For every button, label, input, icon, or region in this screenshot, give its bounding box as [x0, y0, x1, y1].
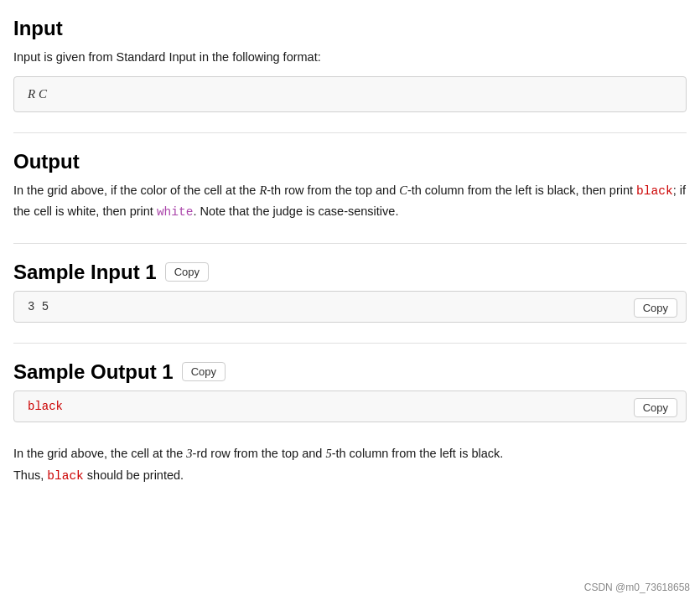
sample-output-value: black — [28, 400, 63, 413]
sample-output-copy-corner-button[interactable]: Copy — [634, 398, 677, 417]
explanation-black-word: black — [47, 469, 84, 483]
sample-output-title: Sample Output 1 — [13, 360, 174, 384]
input-description: Input is given from Standard Input in th… — [13, 47, 687, 68]
input-title: Input — [13, 17, 687, 40]
explanation-num3: 3 — [186, 447, 192, 460]
black-keyword: black — [636, 184, 673, 198]
sample-input-copy-button[interactable]: Copy — [165, 262, 209, 282]
sample-input-copy-corner-button[interactable]: Copy — [634, 298, 677, 318]
divider-3 — [13, 343, 687, 344]
sample-input-box: 3 5 Copy — [13, 291, 687, 323]
sample-output-box: black Copy — [13, 391, 687, 422]
sample-input-section: Sample Input 1 Copy 3 5 Copy — [13, 261, 687, 323]
sample-output-copy-button[interactable]: Copy — [182, 362, 226, 381]
r-var: R — [259, 184, 267, 197]
input-format: R C — [28, 87, 47, 101]
output-title: Output — [13, 150, 687, 173]
explanation-text: In the grid above, the cell at the 3-rd … — [13, 442, 687, 487]
sample-input-title: Sample Input 1 — [13, 261, 157, 284]
divider-1 — [13, 132, 687, 133]
white-keyword: white — [157, 205, 194, 219]
explanation-num5: 5 — [325, 447, 331, 460]
explanation-section: In the grid above, the cell at the 3-rd … — [13, 442, 687, 487]
sample-output-section: Sample Output 1 Copy black Copy — [13, 360, 687, 422]
input-section: Input Input is given from Standard Input… — [13, 17, 687, 112]
sample-input-header: Sample Input 1 Copy — [13, 261, 687, 284]
sample-output-header: Sample Output 1 Copy — [13, 360, 687, 384]
sample-input-value: 3 5 — [28, 300, 49, 313]
c-var: C — [399, 184, 407, 197]
divider-2 — [13, 243, 687, 244]
output-section: Output In the grid above, if the color o… — [13, 150, 687, 223]
input-format-box: R C — [13, 76, 687, 112]
output-description: In the grid above, if the color of the c… — [13, 180, 687, 223]
